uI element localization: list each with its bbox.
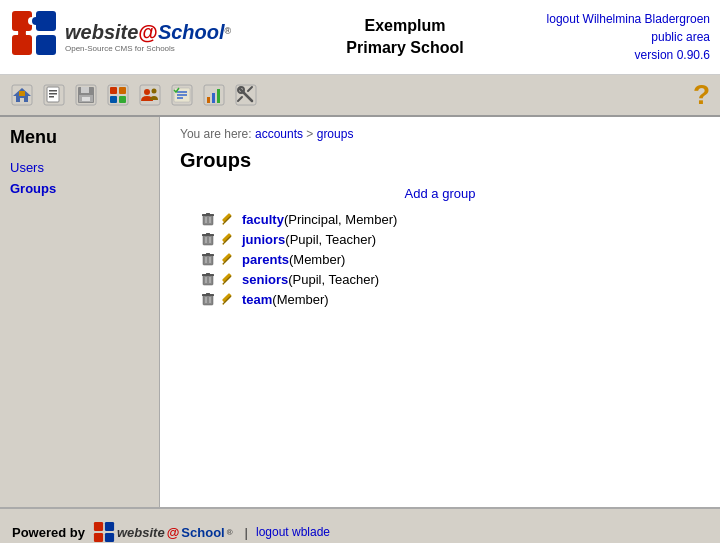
delete-group-icon[interactable] xyxy=(200,211,216,227)
help-icon[interactable]: ? xyxy=(693,79,710,111)
edit-group-icon[interactable] xyxy=(220,211,236,227)
tasks-icon[interactable] xyxy=(168,81,196,109)
group-name-link[interactable]: faculty xyxy=(242,212,284,227)
svg-rect-22 xyxy=(110,87,117,94)
group-roles: (Principal, Member) xyxy=(284,212,397,227)
svg-rect-45 xyxy=(206,213,210,215)
chart-icon[interactable] xyxy=(200,81,228,109)
delete-group-icon[interactable] xyxy=(200,271,216,287)
logo-tagline: Open-Source CMS for Schools xyxy=(65,44,231,53)
svg-point-6 xyxy=(18,31,26,39)
svg-point-4 xyxy=(32,17,40,25)
svg-rect-24 xyxy=(110,96,117,103)
svg-rect-14 xyxy=(49,93,57,95)
svg-rect-51 xyxy=(203,235,213,245)
svg-rect-7 xyxy=(36,35,56,55)
content-area: You are here: accounts > groups Groups A… xyxy=(160,117,720,507)
svg-rect-43 xyxy=(203,215,213,225)
logo-area: website@School® Open-Source CMS for Scho… xyxy=(10,9,300,66)
group-name-link[interactable]: team xyxy=(242,292,272,307)
powered-by-label: Powered by xyxy=(12,525,85,540)
svg-rect-59 xyxy=(203,255,213,265)
users-icon[interactable] xyxy=(136,81,164,109)
svg-rect-35 xyxy=(207,97,210,103)
breadcrumb-accounts[interactable]: accounts xyxy=(255,127,303,141)
page-title: Groups xyxy=(180,149,700,172)
svg-rect-84 xyxy=(105,522,114,531)
svg-rect-67 xyxy=(203,275,213,285)
footer-logo: website@School® xyxy=(93,521,233,543)
group-name-link[interactable]: parents xyxy=(242,252,289,267)
footer-logout-link[interactable]: logout wblade xyxy=(256,525,330,539)
delete-group-icon[interactable] xyxy=(200,231,216,247)
group-roles: (Pupil, Teacher) xyxy=(288,272,379,287)
module-icon[interactable] xyxy=(104,81,132,109)
sidebar: Menu Users Groups xyxy=(0,117,160,507)
svg-point-27 xyxy=(144,89,150,95)
delete-group-icon[interactable] xyxy=(200,251,216,267)
svg-rect-10 xyxy=(19,91,25,96)
user-info[interactable]: logout Wilhelmina Bladergroen public are… xyxy=(510,10,710,64)
toolbar: ? xyxy=(0,75,720,117)
brand-name-row: website@School® xyxy=(65,21,231,44)
svg-rect-20 xyxy=(82,97,90,101)
svg-rect-48 xyxy=(222,213,232,223)
group-roles: (Pupil, Teacher) xyxy=(285,232,376,247)
svg-rect-75 xyxy=(203,295,213,305)
svg-point-28 xyxy=(152,89,157,94)
group-list-item: juniors (Pupil, Teacher) xyxy=(200,231,700,247)
svg-rect-80 xyxy=(222,293,232,303)
svg-rect-61 xyxy=(206,253,210,255)
tools-icon[interactable] xyxy=(232,81,260,109)
svg-rect-72 xyxy=(222,273,232,283)
edit-group-icon[interactable] xyxy=(220,291,236,307)
group-list-item: faculty (Principal, Member) xyxy=(200,211,700,227)
svg-rect-36 xyxy=(212,93,215,103)
add-group-button[interactable]: Add a group xyxy=(180,186,700,201)
svg-rect-23 xyxy=(119,87,126,94)
sidebar-item-users[interactable]: Users xyxy=(10,160,149,175)
group-roles: (Member) xyxy=(289,252,345,267)
group-list-item: parents (Member) xyxy=(200,251,700,267)
breadcrumb: You are here: accounts > groups xyxy=(180,127,700,141)
main-layout: Menu Users Groups You are here: accounts… xyxy=(0,117,720,507)
svg-rect-64 xyxy=(222,253,232,263)
group-name-link[interactable]: juniors xyxy=(242,232,285,247)
sidebar-item-groups[interactable]: Groups xyxy=(10,181,149,196)
svg-rect-25 xyxy=(119,96,126,103)
header: website@School® Open-Source CMS for Scho… xyxy=(0,0,720,75)
svg-rect-37 xyxy=(217,89,220,103)
logo: website@School® Open-Source CMS for Scho… xyxy=(10,9,231,66)
svg-rect-69 xyxy=(206,273,210,275)
svg-rect-26 xyxy=(140,85,160,105)
sidebar-menu-label: Menu xyxy=(10,127,149,148)
breadcrumb-groups[interactable]: groups xyxy=(317,127,354,141)
edit-group-icon[interactable] xyxy=(220,271,236,287)
page-icon[interactable] xyxy=(40,81,68,109)
groups-list: faculty (Principal, Member)juniors (Pupi… xyxy=(180,211,700,307)
edit-group-icon[interactable] xyxy=(220,231,236,247)
group-list-item: seniors (Pupil, Teacher) xyxy=(200,271,700,287)
svg-rect-53 xyxy=(206,233,210,235)
group-roles: (Member) xyxy=(272,292,328,307)
svg-rect-77 xyxy=(206,293,210,295)
toolbar-icons xyxy=(8,81,260,109)
svg-rect-85 xyxy=(94,533,103,542)
puzzle-icon xyxy=(10,9,58,66)
svg-rect-56 xyxy=(222,233,232,243)
edit-group-icon[interactable] xyxy=(220,251,236,267)
svg-rect-15 xyxy=(49,96,54,98)
footer: Powered by website@School® | logout wbla… xyxy=(0,507,720,543)
svg-rect-18 xyxy=(81,87,89,93)
site-title: Exemplum Primary School xyxy=(300,15,510,60)
brand-text: website@School® Open-Source CMS for Scho… xyxy=(65,21,231,53)
home-icon[interactable] xyxy=(8,81,36,109)
footer-divider: | xyxy=(245,525,248,540)
svg-rect-13 xyxy=(49,90,57,92)
group-name-link[interactable]: seniors xyxy=(242,272,288,287)
delete-group-icon[interactable] xyxy=(200,291,216,307)
group-list-item: team (Member) xyxy=(200,291,700,307)
save-icon[interactable] xyxy=(72,81,100,109)
svg-rect-83 xyxy=(94,522,103,531)
svg-rect-86 xyxy=(105,533,114,542)
